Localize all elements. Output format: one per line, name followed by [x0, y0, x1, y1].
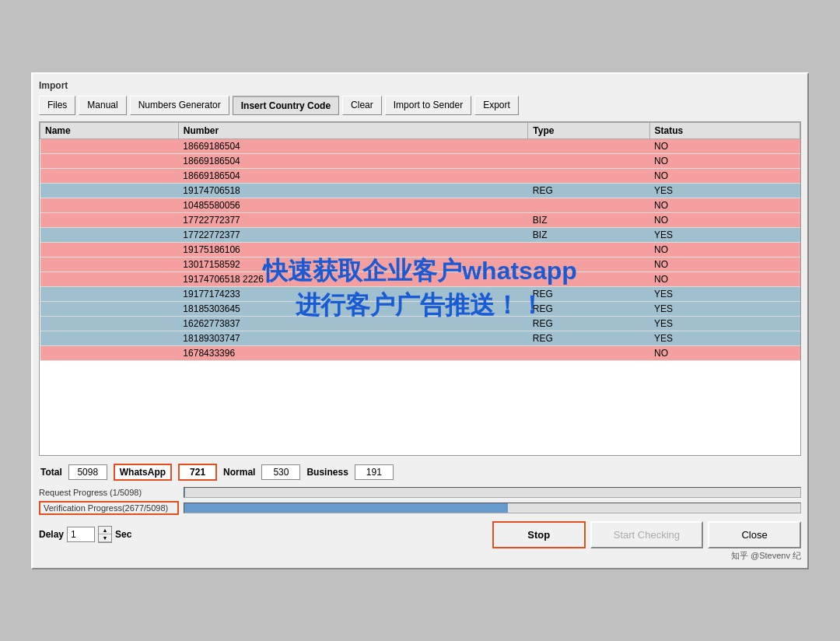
- spinner-up[interactable]: ▲: [99, 527, 111, 534]
- cell-type: [528, 271, 649, 286]
- table-row: 19174706518REGYES: [40, 183, 800, 198]
- insert-country-code-button[interactable]: Insert Country Code: [233, 96, 339, 115]
- delay-spinner[interactable]: ▲ ▼: [98, 526, 112, 543]
- cell-type: REG: [528, 301, 649, 316]
- normal-label: Normal: [223, 467, 255, 478]
- cell-number: 13017158592: [178, 257, 527, 271]
- cell-status: YES: [649, 301, 800, 316]
- cell-name: [40, 286, 179, 301]
- cell-number: 18185303645: [178, 301, 527, 316]
- total-value: 5098: [68, 464, 107, 480]
- export-button[interactable]: Export: [474, 96, 519, 115]
- cell-name: [40, 153, 179, 168]
- cell-status: YES: [649, 286, 800, 301]
- col-type: Type: [528, 122, 649, 138]
- cell-type: BIZ: [528, 227, 649, 242]
- cell-status: YES: [649, 183, 800, 198]
- business-label: Business: [306, 467, 348, 478]
- cell-type: [528, 198, 649, 212]
- files-button[interactable]: Files: [39, 96, 75, 115]
- cell-name: [40, 331, 179, 345]
- cell-number: 19175186106: [178, 242, 527, 257]
- cell-number: 19174706518: [178, 183, 527, 198]
- cell-number: 17722772377: [178, 212, 527, 227]
- data-table: Name Number Type Status 18669186504NO186…: [40, 122, 800, 361]
- whatsapp-value: 721: [178, 464, 217, 481]
- cell-name: [40, 242, 179, 257]
- cell-type: [528, 138, 649, 153]
- table-row: 18669186504NO: [40, 168, 800, 183]
- table-row: 19175186106NO: [40, 242, 800, 257]
- start-checking-button[interactable]: Start Checking: [590, 521, 703, 548]
- import-to-sender-button[interactable]: Import to Sender: [385, 96, 471, 115]
- cell-status: NO: [649, 168, 800, 183]
- status-bar: Total 5098 WhatsApp 721 Normal 530 Busin…: [39, 461, 801, 484]
- cell-number: 1678433396: [178, 345, 527, 360]
- table-row: 19177174233REGYES: [40, 286, 800, 301]
- verification-progress-bar: [184, 503, 801, 513]
- cell-status: NO: [649, 198, 800, 212]
- data-table-container[interactable]: 快速获取企业客户whatsapp 进行客户广告推送！！ Name Number …: [39, 121, 801, 456]
- cell-type: REG: [528, 316, 649, 331]
- cell-type: REG: [528, 183, 649, 198]
- attribution: 知乎 @Stevenv 纪: [39, 550, 801, 562]
- cell-type: BIZ: [528, 212, 649, 227]
- cell-type: [528, 257, 649, 271]
- clear-button[interactable]: Clear: [342, 96, 382, 115]
- normal-value: 530: [261, 464, 300, 480]
- spinner-down[interactable]: ▼: [99, 534, 111, 542]
- verification-progress-label: Verification Progress(2677/5098): [39, 501, 179, 515]
- table-row: 1678433396NO: [40, 345, 800, 360]
- cell-name: [40, 138, 179, 153]
- table-row: 18189303747REGYES: [40, 331, 800, 345]
- request-progress-label: Request Progress (1/5098): [39, 488, 179, 497]
- cell-name: [40, 345, 179, 360]
- business-value: 191: [355, 464, 394, 480]
- close-button[interactable]: Close: [708, 521, 801, 548]
- cell-status: NO: [649, 153, 800, 168]
- table-row: 13017158592NO: [40, 257, 800, 271]
- manual-button[interactable]: Manual: [79, 96, 126, 115]
- stop-button[interactable]: Stop: [492, 521, 586, 548]
- cell-number: 18669186504: [178, 138, 527, 153]
- cell-name: [40, 316, 179, 331]
- cell-status: NO: [649, 138, 800, 153]
- table-row: 18669186504NO: [40, 138, 800, 153]
- col-number: Number: [178, 122, 527, 138]
- cell-name: [40, 257, 179, 271]
- toolbar: Files Manual Numbers Generator Insert Co…: [39, 96, 801, 115]
- cell-status: YES: [649, 316, 800, 331]
- table-row: 16262773837REGYES: [40, 316, 800, 331]
- cell-name: [40, 212, 179, 227]
- cell-status: YES: [649, 331, 800, 345]
- cell-number: 18669186504: [178, 153, 527, 168]
- cell-name: [40, 227, 179, 242]
- main-window: Import Files Manual Numbers Generator In…: [31, 72, 809, 569]
- cell-number: 18189303747: [178, 331, 527, 345]
- table-row: 18669186504NO: [40, 153, 800, 168]
- verification-progress-row: Verification Progress(2677/5098): [39, 501, 801, 515]
- cell-status: NO: [649, 345, 800, 360]
- cell-type: [528, 168, 649, 183]
- request-progress-bar: [184, 487, 801, 498]
- cell-number: 19174706518 2226: [178, 271, 527, 286]
- cell-status: NO: [649, 212, 800, 227]
- whatsapp-label: WhatsApp: [114, 464, 172, 481]
- bottom-buttons: Stop Start Checking Close: [492, 521, 801, 548]
- col-name: Name: [40, 122, 179, 138]
- cell-status: NO: [649, 257, 800, 271]
- numbers-generator-button[interactable]: Numbers Generator: [130, 96, 229, 115]
- request-progress-row: Request Progress (1/5098): [39, 487, 801, 498]
- cell-type: REG: [528, 331, 649, 345]
- cell-name: [40, 301, 179, 316]
- cell-status: NO: [649, 242, 800, 257]
- delay-input[interactable]: [67, 527, 95, 542]
- total-label: Total: [40, 467, 62, 478]
- table-row: 10485580056NO: [40, 198, 800, 212]
- cell-name: [40, 198, 179, 212]
- delay-group: Delay ▲ ▼ Sec: [39, 526, 131, 543]
- delay-label: Delay: [39, 529, 64, 540]
- cell-number: 19177174233: [178, 286, 527, 301]
- progress-section: Request Progress (1/5098) Verification P…: [39, 487, 801, 515]
- table-row: 18185303645REGYES: [40, 301, 800, 316]
